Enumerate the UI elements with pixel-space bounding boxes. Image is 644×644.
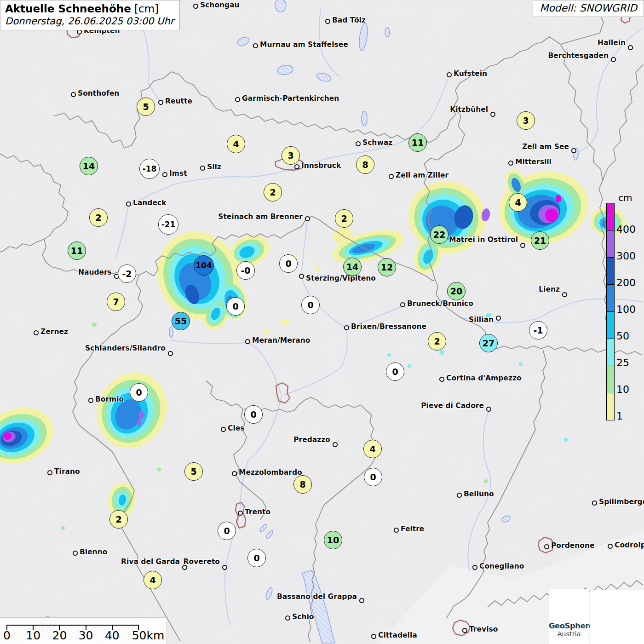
legend-segment — [607, 230, 614, 257]
station-value: 0 — [386, 362, 404, 381]
station-value: -0 — [236, 261, 255, 280]
scale-line — [6, 625, 138, 626]
station-value: 55 — [172, 312, 190, 330]
legend-segment — [607, 284, 614, 311]
station-value: -1 — [529, 321, 547, 339]
station-value: -18 — [139, 159, 160, 179]
station-value: 7 — [107, 293, 125, 311]
station-value: 2 — [428, 332, 446, 351]
station-value: 0 — [226, 297, 245, 316]
station-value: 12 — [378, 258, 396, 276]
map-subtitle: Donnerstag, 26.06.2025 03:00 Uhr — [5, 16, 174, 27]
station-value: 0 — [218, 522, 236, 540]
legend-colorbar — [606, 203, 615, 420]
station-value: 27 — [479, 334, 498, 352]
legend-segment — [607, 311, 614, 339]
station-value: 0 — [244, 405, 263, 424]
title-box: Aktuelle Schneehöhe [cm] Donnerstag, 26.… — [0, 0, 180, 30]
station-value: 5 — [137, 98, 155, 116]
legend-tick-label: 25 — [616, 357, 644, 368]
scale-tick-label: 0 — [3, 629, 11, 642]
scale-bar: 01020304050km — [0, 617, 167, 644]
scale-tick-label: 10 — [26, 629, 40, 642]
geosphere-logo: GeoSphere Austria — [549, 589, 589, 644]
legend-tick-label: 1 — [616, 410, 644, 422]
legend: cm 4003002001005025101 — [606, 192, 644, 422]
station-value: 14 — [343, 258, 362, 276]
station-value: 22 — [430, 225, 448, 244]
station-value: 14 — [80, 157, 98, 175]
map-title-text: Aktuelle Schneehöhe — [5, 3, 131, 15]
station-value: 0 — [247, 549, 266, 567]
legend-tick-label: 10 — [616, 384, 644, 395]
station-value: 104 — [194, 255, 214, 276]
station-value: 10 — [324, 531, 342, 549]
legend-segment — [607, 203, 614, 230]
snow-depth-map[interactable]: SchongauBad TölzKemptenMurnau am Staffel… — [0, 0, 644, 644]
station-value: 11 — [68, 242, 86, 260]
partner-logo-box — [590, 590, 644, 644]
station-value: 8 — [293, 475, 312, 494]
station-value: 0 — [130, 383, 148, 402]
station-value: -2 — [118, 264, 136, 283]
map-title: Aktuelle Schneehöhe [cm] — [5, 3, 174, 15]
legend-segment — [607, 257, 614, 284]
scale-tick-label: 30 — [79, 629, 93, 642]
legend-tick-label: 400 — [616, 224, 644, 235]
legend-segment — [607, 366, 614, 393]
legend-unit: cm — [618, 192, 632, 203]
station-value: 2 — [264, 183, 282, 201]
station-value: 3 — [517, 111, 535, 130]
station-value: 20 — [447, 282, 466, 300]
legend-segment — [607, 393, 614, 420]
geosphere-logo-country: Austria — [549, 630, 589, 638]
legend-tick-label: 200 — [616, 277, 644, 288]
station-value: 5 — [184, 462, 203, 481]
station-value: 0 — [301, 296, 320, 314]
scale-tick-label: 40 — [105, 629, 120, 642]
station-value: 11 — [408, 133, 427, 152]
model-label: Modell: SNOWGRID — [540, 2, 637, 14]
map-title-unit: [cm] — [131, 3, 159, 15]
station-value: 0 — [364, 468, 382, 486]
station-value: 2 — [109, 510, 128, 529]
station-value: 4 — [227, 135, 245, 153]
station-value: 4 — [509, 193, 527, 212]
legend-segment — [607, 339, 614, 366]
station-value: 8 — [356, 155, 374, 174]
station-value: 4 — [363, 440, 382, 458]
model-box: Modell: SNOWGRID — [533, 0, 644, 17]
legend-tick-label: 300 — [616, 250, 644, 262]
station-layer: 5341114-1838242-212222111104-001412-2207… — [0, 0, 644, 644]
station-value: 3 — [282, 146, 300, 165]
geosphere-logo-name: GeoSphere — [549, 621, 589, 630]
station-value: 2 — [89, 208, 108, 227]
legend-tick-label: 100 — [616, 304, 644, 315]
scale-tick-label: 20 — [52, 629, 67, 642]
station-value: 2 — [335, 209, 353, 228]
station-value: 4 — [144, 571, 162, 589]
station-value: 0 — [279, 254, 298, 273]
station-value: 21 — [531, 231, 549, 250]
legend-tick-label: 50 — [616, 330, 644, 342]
scale-tick-label: 50km — [132, 629, 165, 642]
station-value: -21 — [158, 214, 178, 235]
